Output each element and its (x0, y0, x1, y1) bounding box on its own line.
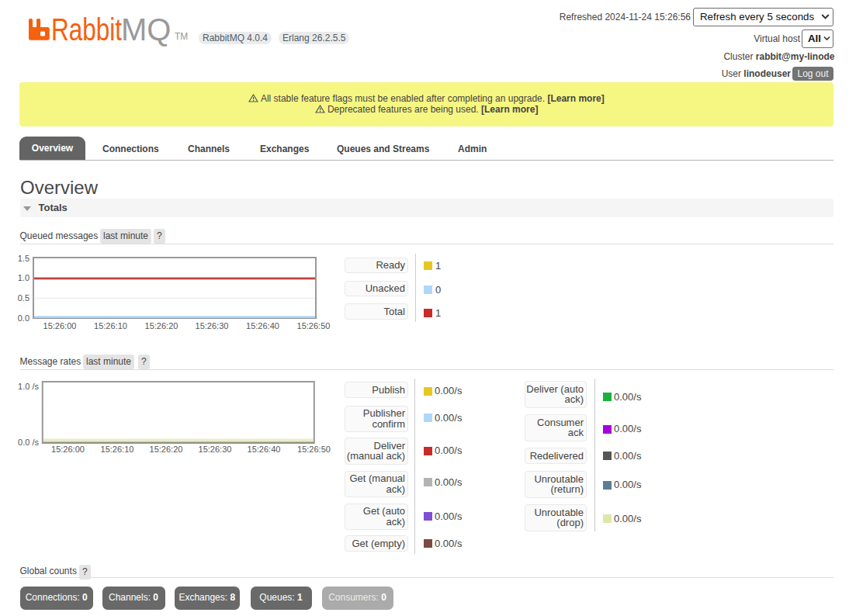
svg-text:15:26:40: 15:26:40 (248, 445, 281, 454)
svg-text:1.0: 1.0 (18, 273, 29, 282)
svg-text:15:26:00: 15:26:00 (51, 445, 85, 454)
svg-text:1.5: 1.5 (18, 254, 29, 263)
svg-text:0.5: 0.5 (18, 293, 29, 303)
svg-text:15:26:30: 15:26:30 (196, 321, 229, 330)
svg-text:0.0 /s: 0.0 /s (18, 438, 39, 447)
svg-text:0.0: 0.0 (18, 313, 29, 323)
svg-text:15:26:20: 15:26:20 (145, 321, 178, 330)
svg-text:15:26:30: 15:26:30 (199, 445, 232, 454)
svg-text:15:26:20: 15:26:20 (150, 445, 183, 454)
svg-text:15:26:00: 15:26:00 (43, 321, 77, 330)
svg-text:15:26:10: 15:26:10 (101, 445, 134, 454)
svg-text:1.0 /s: 1.0 /s (18, 382, 39, 391)
svg-text:15:26:40: 15:26:40 (246, 321, 279, 330)
svg-text:15:26:50: 15:26:50 (297, 321, 331, 330)
svg-text:15:26:10: 15:26:10 (94, 321, 127, 330)
svg-text:15:26:50: 15:26:50 (297, 445, 331, 454)
